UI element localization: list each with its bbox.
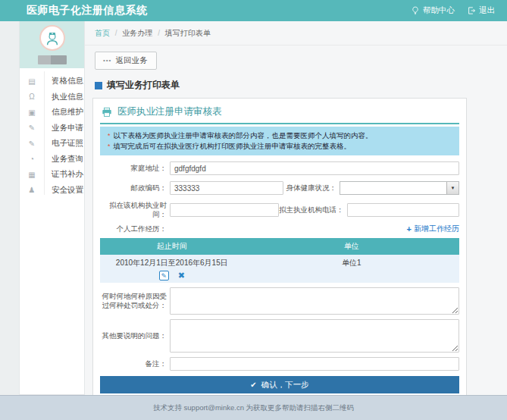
e-license-icon: ✎ — [20, 139, 44, 148]
postal-code-input[interactable] — [170, 181, 283, 195]
printer-icon — [102, 107, 112, 118]
add-work-history-label: 新增工作经历 — [414, 224, 459, 234]
sidebar-item-label: 信息维护 — [44, 107, 83, 118]
sidebar-item-label: 安全设置 — [44, 185, 83, 196]
breadcrumb: 首页 / 业务办理 / 填写打印表单 — [85, 21, 507, 45]
sidebar: ▤ 资格信息 Ω 执业信息 ▣ 信息维护 ✎ 业务申请 ✎ 电子证照 ◔ 业务查… — [19, 21, 85, 395]
sidebar-item-e-license[interactable]: ✎ 电子证照 — [20, 136, 84, 152]
practice-time-input[interactable] — [170, 203, 279, 217]
asterisk-icon: * — [108, 132, 111, 139]
remark-label: 备注： — [100, 359, 170, 368]
table-row: 2010年12月1日至2016年6月15日 ✎ ✖ 单位1 — [100, 255, 459, 283]
user-name-redacted — [38, 55, 67, 64]
other-issues-textarea[interactable] — [170, 319, 459, 353]
sidebar-item-label: 电子证照 — [44, 138, 83, 149]
sidebar-menu: ▤ 资格信息 Ω 执业信息 ▣ 信息维护 ✎ 业务申请 ✎ 电子证照 ◔ 业务查… — [20, 68, 84, 198]
ellipsis-icon: ••• — [103, 58, 111, 64]
help-center-link[interactable]: 帮助中心 — [411, 5, 455, 16]
work-history-label: 个人工作经历： — [100, 224, 170, 234]
sidebar-item-label: 业务查询 — [44, 154, 83, 165]
app-title: 医师电子化注册信息系统 — [27, 4, 148, 17]
org-phone-input[interactable] — [347, 203, 460, 217]
breadcrumb-home-link[interactable]: 首页 — [95, 29, 110, 37]
other-issues-row: 其他要说明的问题： — [100, 319, 459, 353]
health-status-select[interactable]: ▼ — [340, 181, 459, 195]
practice-time-label: 拟在该机构执业时间： — [100, 201, 170, 219]
unit-cell: 单位1 — [244, 255, 459, 283]
confirm-next-button[interactable]: ✔ 确认，下一步 — [100, 376, 459, 393]
qualification-info-icon: ▤ — [20, 77, 44, 86]
col-period-header: 起止时间 — [100, 238, 244, 255]
footer-text: 技术支持 support@minke.cn 为获取更多帮助请扫描右侧二维码 — [153, 403, 354, 413]
breadcrumb-separator: / — [115, 29, 117, 37]
notice-line: *以下表格为医师执业注册申请审核表的部分内容，也是需要医师个人填写的内容。 — [108, 130, 452, 141]
security-settings-icon: ♟ — [20, 186, 44, 194]
doctor-avatar-icon — [44, 30, 61, 46]
logout-icon — [467, 6, 476, 15]
notice-box: *以下表格为医师执业注册申请审核表的部分内容，也是需要医师个人填写的内容。 *填… — [100, 127, 459, 155]
sidebar-item-certificate-reissue[interactable]: ▦ 证书补办 — [20, 167, 84, 183]
breadcrumb-business-link[interactable]: 业务办理 — [122, 29, 152, 37]
postal-health-row: 邮政编码： 身体健康状况： ▼ — [100, 181, 459, 195]
org-phone-label: 拟主执业机构电话： — [279, 205, 347, 215]
plus-icon: + — [407, 224, 412, 234]
sidebar-item-business-query[interactable]: ◔ 业务查询 — [20, 152, 84, 168]
header-actions: 帮助中心 退出 — [411, 5, 495, 16]
work-history-table: 起止时间 单位 2010年12月1日至2016年6月15日 ✎ ✖ 单位1 — [100, 238, 459, 283]
table-header-row: 起止时间 单位 — [100, 238, 459, 255]
confirm-next-label: 确认，下一步 — [261, 380, 309, 390]
form-title: 医师执业注册申请审核表 — [117, 105, 222, 118]
user-profile-box — [20, 21, 84, 68]
sidebar-item-label: 证书补办 — [44, 169, 83, 180]
remark-row: 备注： — [100, 357, 459, 371]
sidebar-item-label: 执业信息 — [44, 92, 83, 102]
chevron-down-icon: ▼ — [446, 182, 458, 194]
back-to-business-button[interactable]: ••• 返回业务 — [95, 52, 157, 70]
punishment-row: 何时何地何种原因受过何种处罚或处分： — [100, 287, 459, 315]
edit-icon[interactable]: ✎ — [159, 271, 169, 281]
sidebar-item-practice-info[interactable]: Ω 执业信息 — [20, 89, 84, 105]
punishment-label: 何时何地何种原因受过何种处罚或处分： — [100, 292, 170, 310]
section-title-text: 填写业务打印表单 — [107, 79, 180, 92]
back-button-label: 返回业务 — [115, 55, 147, 66]
certificate-reissue-icon: ▦ — [20, 171, 44, 179]
asterisk-icon: * — [108, 143, 111, 150]
practice-info-icon: Ω — [20, 92, 44, 101]
lightbulb-icon — [411, 6, 420, 15]
health-status-label: 身体健康状况： — [286, 183, 340, 193]
period-cell: 2010年12月1日至2016年6月15日 ✎ ✖ — [100, 255, 244, 283]
sidebar-item-security-settings[interactable]: ♟ 安全设置 — [20, 183, 84, 199]
panel-header: 医师执业注册申请审核表 — [100, 103, 459, 124]
home-address-row: 家庭地址： — [100, 161, 459, 175]
avatar — [39, 25, 65, 51]
sidebar-item-info-maintenance[interactable]: ▣ 信息维护 — [20, 105, 84, 121]
blue-square-icon — [95, 82, 102, 89]
notice-line: *填写完成后可在拟执业医疗机构打印医师执业注册申请审核表的完整表格。 — [108, 141, 452, 152]
work-history-row: 个人工作经历： + 新增工作经历 — [100, 224, 459, 234]
punishment-textarea[interactable] — [170, 287, 459, 315]
practice-time-phone-row: 拟在该机构执业时间： 拟主执业机构电话： — [100, 201, 459, 219]
add-work-history-link[interactable]: + 新增工作经历 — [407, 224, 459, 234]
check-icon: ✔ — [250, 381, 256, 389]
business-query-icon: ◔ — [20, 155, 44, 163]
other-issues-label: 其他要说明的问题： — [100, 331, 170, 340]
sidebar-item-business-apply[interactable]: ✎ 业务申请 — [20, 121, 84, 136]
home-address-input[interactable] — [170, 161, 459, 175]
section-title: 填写业务打印表单 — [95, 79, 507, 92]
sidebar-item-qualification-info[interactable]: ▤ 资格信息 — [20, 74, 84, 89]
logout-link[interactable]: 退出 — [467, 5, 495, 16]
remark-input[interactable] — [170, 357, 459, 371]
business-apply-icon: ✎ — [20, 124, 44, 132]
row-actions: ✎ ✖ — [100, 271, 244, 281]
breadcrumb-current: 填写打印表单 — [165, 29, 211, 37]
form-panel: 医师执业注册申请审核表 *以下表格为医师执业注册申请审核表的部分内容，也是需要医… — [92, 98, 467, 395]
logout-label: 退出 — [479, 5, 495, 16]
info-maintenance-icon: ▣ — [20, 108, 44, 117]
delete-x-icon[interactable]: ✖ — [178, 271, 185, 281]
app-header: 医师电子化注册信息系统 帮助中心 退出 — [0, 0, 507, 21]
main-content: 首页 / 业务办理 / 填写打印表单 ••• 返回业务 填写业务打印表单 医师执… — [85, 21, 507, 395]
col-unit-header: 单位 — [244, 238, 459, 255]
page-footer: 技术支持 support@minke.cn 为获取更多帮助请扫描右侧二维码 — [0, 395, 507, 420]
postal-code-label: 邮政编码： — [100, 183, 170, 193]
sidebar-item-label: 业务申请 — [44, 123, 83, 133]
